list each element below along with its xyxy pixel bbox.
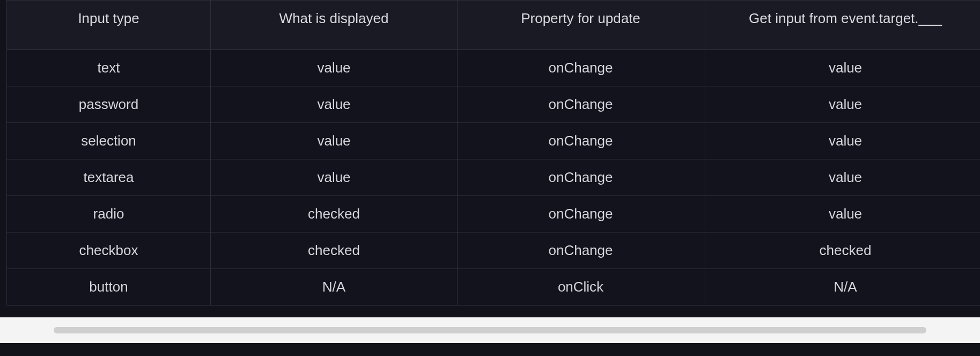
col-header-displayed: What is displayed bbox=[211, 1, 458, 50]
horizontal-scrollbar[interactable] bbox=[0, 317, 980, 343]
cell-displayed: value bbox=[211, 123, 458, 159]
cell-displayed: checked bbox=[211, 233, 458, 269]
cell-input-type: password bbox=[7, 86, 211, 123]
table-body: text value onChange value password value… bbox=[7, 50, 981, 306]
cell-input-type: checkbox bbox=[7, 233, 211, 269]
cell-property: onChange bbox=[458, 196, 704, 233]
cell-property: onChange bbox=[458, 86, 704, 123]
cell-displayed: value bbox=[211, 86, 458, 123]
cell-input-type: text bbox=[7, 50, 211, 86]
col-header-property: Property for update bbox=[458, 1, 704, 50]
table-row: radio checked onChange value bbox=[7, 196, 981, 233]
cell-displayed: checked bbox=[211, 196, 458, 233]
cell-event-target: checked bbox=[704, 233, 981, 269]
cell-input-type: button bbox=[7, 269, 211, 306]
input-types-table: Input type What is displayed Property fo… bbox=[6, 0, 980, 306]
cell-displayed: value bbox=[211, 159, 458, 196]
cell-event-target: value bbox=[704, 196, 981, 233]
cell-event-target: value bbox=[704, 159, 981, 196]
cell-input-type: selection bbox=[7, 123, 211, 159]
cell-displayed: value bbox=[211, 50, 458, 86]
cell-property: onChange bbox=[458, 159, 704, 196]
table-row: button N/A onClick N/A bbox=[7, 269, 981, 306]
cell-event-target: value bbox=[704, 50, 981, 86]
cell-property: onClick bbox=[458, 269, 704, 306]
page-root: Input type What is displayed Property fo… bbox=[0, 0, 980, 356]
cell-event-target: value bbox=[704, 86, 981, 123]
col-header-event-target: Get input from event.target.___ bbox=[704, 1, 981, 50]
cell-input-type: textarea bbox=[7, 159, 211, 196]
table-row: password value onChange value bbox=[7, 86, 981, 123]
table-row: text value onChange value bbox=[7, 50, 981, 86]
table-container: Input type What is displayed Property fo… bbox=[0, 0, 980, 306]
cell-event-target: N/A bbox=[704, 269, 981, 306]
scrollbar-thumb[interactable] bbox=[54, 327, 926, 333]
table-row: selection value onChange value bbox=[7, 123, 981, 159]
col-header-input-type: Input type bbox=[7, 1, 211, 50]
cell-input-type: radio bbox=[7, 196, 211, 233]
cell-property: onChange bbox=[458, 123, 704, 159]
table-row: checkbox checked onChange checked bbox=[7, 233, 981, 269]
table-header: Input type What is displayed Property fo… bbox=[7, 1, 981, 50]
table-header-row: Input type What is displayed Property fo… bbox=[7, 1, 981, 50]
cell-event-target: value bbox=[704, 123, 981, 159]
table-row: textarea value onChange value bbox=[7, 159, 981, 196]
cell-property: onChange bbox=[458, 50, 704, 86]
cell-property: onChange bbox=[458, 233, 704, 269]
cell-displayed: N/A bbox=[211, 269, 458, 306]
